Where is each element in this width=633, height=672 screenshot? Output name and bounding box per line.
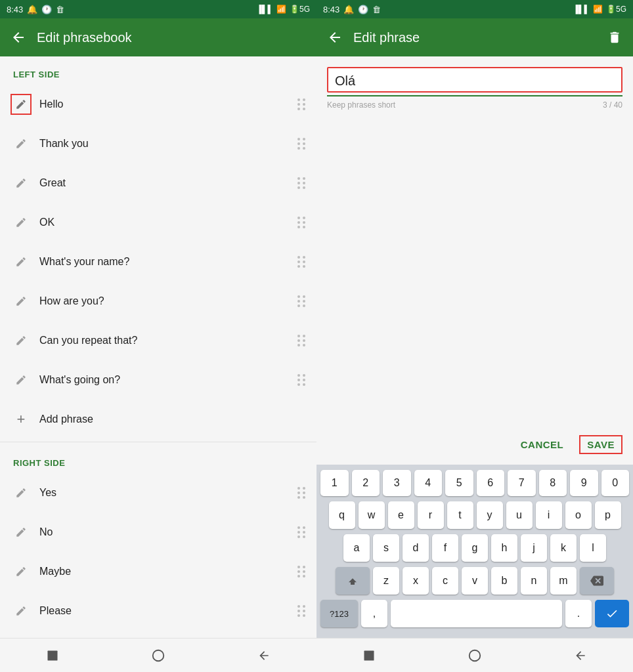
key-7[interactable]: 7 [508,470,536,496]
key-c[interactable]: c [432,567,458,595]
phrase-item[interactable]: How are you? [0,282,316,321]
phrase-item[interactable]: Maybe [0,552,316,591]
key-f[interactable]: f [432,534,458,562]
key-p[interactable]: p [595,501,621,529]
drag-handle[interactable] [297,566,306,578]
key-8[interactable]: 8 [539,470,567,496]
edit-icon[interactable] [11,212,32,233]
phrase-item[interactable]: Hello [0,85,316,124]
drag-handle[interactable] [297,177,306,189]
drag-handle[interactable] [297,256,306,268]
key-i[interactable]: i [536,501,562,529]
key-j[interactable]: j [521,534,547,562]
shift-key[interactable] [336,567,370,595]
key-k[interactable]: k [550,534,577,562]
key-4[interactable]: 4 [414,470,443,496]
drag-handle[interactable] [297,605,306,617]
key-6[interactable]: 6 [477,470,505,496]
nav-circle-button[interactable] [150,648,166,663]
delete-button[interactable] [607,30,622,45]
svg-point-3 [469,650,481,661]
clock-icon: 🕐 [41,5,52,14]
key-b[interactable]: b [491,567,517,595]
edit-icon[interactable] [11,561,32,582]
key-o[interactable]: o [565,501,592,529]
key-h[interactable]: h [491,534,517,562]
key-s[interactable]: s [373,534,399,562]
add-phrase-button[interactable]: + Add phrase [0,400,316,439]
edit-icon[interactable] [11,482,32,503]
key-v[interactable]: v [462,567,488,595]
key-2[interactable]: 2 [352,470,380,496]
key-l[interactable]: l [580,534,606,562]
key-0[interactable]: 0 [601,470,630,496]
drag-handle[interactable] [297,295,306,307]
nav-back-button[interactable] [256,648,272,663]
phrase-item[interactable]: OK [0,203,316,242]
edit-icon-highlighted[interactable] [11,94,32,115]
nav-square-button[interactable] [45,648,60,663]
key-3[interactable]: 3 [383,470,411,496]
edit-icon[interactable] [11,369,32,390]
phrase-item[interactable]: What's going on? [0,360,316,400]
drag-handle[interactable] [297,526,306,538]
edit-icon[interactable] [11,133,32,154]
right-back-button[interactable] [327,30,343,45]
num-mode-key[interactable]: ?123 [320,600,358,627]
save-button[interactable]: SAVE [579,435,622,454]
key-w[interactable]: w [359,501,385,529]
keyboard: 1 2 3 4 5 6 7 8 9 0 q w e r t y u i o p … [316,465,633,638]
key-m[interactable]: m [550,567,577,595]
phrase-input-wrapper [327,67,622,93]
cancel-button[interactable]: CANCEL [521,435,564,454]
edit-icon[interactable] [11,291,32,312]
key-e[interactable]: e [388,501,414,529]
right-alarm-icon: 🔔 [343,5,354,14]
phrase-item[interactable]: No [0,513,316,552]
key-a[interactable]: a [343,534,370,562]
right-nav-back-button[interactable] [573,648,588,663]
edit-icon[interactable] [11,522,32,543]
edit-icon[interactable] [11,330,32,351]
key-g[interactable]: g [462,534,488,562]
drag-handle[interactable] [297,98,306,110]
key-z[interactable]: z [373,567,399,595]
edit-icon[interactable] [11,251,32,272]
key-y[interactable]: y [477,501,503,529]
phrase-input-field[interactable] [335,74,615,89]
key-1[interactable]: 1 [320,470,349,496]
phrase-item[interactable]: Can you repeat that? [0,321,316,360]
phrase-item[interactable]: Great [0,163,316,203]
phrase-item[interactable]: Please [0,591,316,631]
enter-key[interactable] [595,600,629,627]
drag-handle[interactable] [297,374,306,386]
action-row: CANCEL SAVE [316,425,633,465]
key-r[interactable]: r [418,501,444,529]
key-9[interactable]: 9 [570,470,598,496]
key-n[interactable]: n [521,567,547,595]
period-key[interactable]: . [565,600,592,627]
left-back-button[interactable] [11,30,26,45]
char-counter: 3 / 40 [603,100,622,110]
phrase-item[interactable]: Yes [0,473,316,513]
phrase-item[interactable]: Thank you [0,124,316,163]
edit-icon[interactable] [11,173,32,194]
phrase-text: Hello [39,98,290,110]
edit-icon[interactable] [11,600,32,621]
key-d[interactable]: d [403,534,429,562]
key-x[interactable]: x [403,567,429,595]
key-5[interactable]: 5 [445,470,473,496]
drag-handle[interactable] [297,487,306,499]
key-u[interactable]: u [506,501,533,529]
space-key[interactable] [391,600,562,627]
backspace-key[interactable] [580,567,614,595]
key-q[interactable]: q [329,501,355,529]
drag-handle[interactable] [297,335,306,346]
drag-handle[interactable] [297,138,306,150]
key-t[interactable]: t [447,501,473,529]
comma-key[interactable]: , [361,600,387,627]
right-nav-square-button[interactable] [361,648,377,663]
phrase-item[interactable]: What's your name? [0,242,316,282]
right-nav-circle-button[interactable] [467,648,483,663]
drag-handle[interactable] [297,217,306,228]
